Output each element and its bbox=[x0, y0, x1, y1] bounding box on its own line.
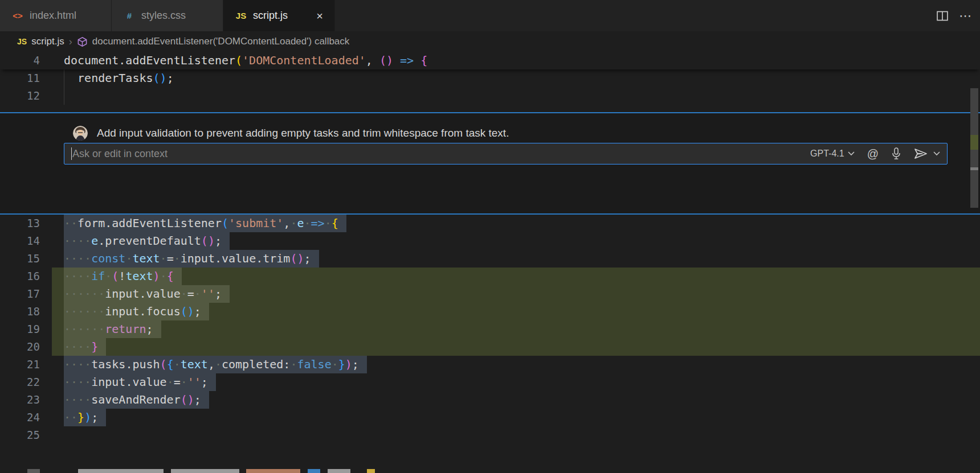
line-number: 19 bbox=[0, 320, 40, 338]
code-text: ····saveAndRender(); bbox=[64, 391, 209, 409]
editor-top-lines: 11 renderTasks();12 bbox=[0, 69, 980, 105]
model-dropdown-chevron bbox=[848, 151, 855, 156]
code-line-11[interactable]: 11 renderTasks(); bbox=[0, 69, 980, 87]
breadcrumb[interactable]: JS script.js › document.addEventListener… bbox=[0, 31, 980, 52]
code-text: ······input.focus(); bbox=[64, 303, 209, 320]
tab-label: index.html bbox=[30, 10, 76, 22]
code-line-18[interactable]: 18······input.focus(); bbox=[0, 303, 980, 320]
code-line-19[interactable]: 19······return; bbox=[0, 320, 980, 338]
tab-label: script.js bbox=[253, 10, 288, 22]
tab-script.js[interactable]: JSscript.js× bbox=[223, 0, 335, 31]
mic-icon[interactable] bbox=[891, 147, 901, 160]
symbol-cube-icon bbox=[77, 36, 88, 47]
partial-code-line bbox=[0, 469, 980, 473]
line-number: 12 bbox=[0, 87, 40, 105]
chat-widget-top-border bbox=[0, 112, 980, 113]
line-number: 20 bbox=[0, 338, 40, 356]
send-dropdown-chevron bbox=[933, 151, 940, 156]
split-editor-icon[interactable] bbox=[936, 10, 949, 22]
inline-chat-widget: Add input validation to prevent adding e… bbox=[0, 113, 980, 213]
more-actions-icon[interactable]: ⋯ bbox=[959, 9, 972, 23]
code-line-22[interactable]: 22····input.value·=·''; bbox=[0, 373, 980, 391]
code-line-16[interactable]: 16····if·(!text)·{ bbox=[0, 268, 980, 285]
line-number: 17 bbox=[0, 285, 40, 303]
code-text: ······input.value·=·''; bbox=[64, 285, 230, 303]
code-line-12[interactable]: 12 bbox=[0, 87, 980, 105]
line-number: 11 bbox=[0, 69, 40, 87]
line-number: 21 bbox=[0, 356, 40, 373]
line-number: 15 bbox=[0, 250, 40, 268]
code-line-14[interactable]: 14····e.preventDefault(); bbox=[0, 232, 980, 250]
code-text: ····const·text·=·input.value.trim(); bbox=[64, 250, 319, 268]
editor-tab-bar: <>index.html#styles.cssJSscript.js× ⋯ bbox=[0, 0, 980, 31]
tab-styles.css[interactable]: #styles.css bbox=[112, 0, 223, 31]
code-text: ······return; bbox=[64, 320, 161, 338]
code-line-21[interactable]: 21····tasks.push({·text,·completed:·fals… bbox=[0, 356, 980, 373]
text-cursor bbox=[71, 147, 72, 160]
breadcrumb-separator: › bbox=[69, 36, 72, 48]
code-line-15[interactable]: 15····const·text·=·input.value.trim(); bbox=[0, 250, 980, 268]
code-text: document.addEventListener('DOMContentLoa… bbox=[64, 52, 435, 69]
line-number: 16 bbox=[0, 268, 40, 285]
close-tab-icon[interactable]: × bbox=[314, 9, 325, 23]
code-line-13[interactable]: 13··form.addEventListener('submit',·e·=>… bbox=[0, 215, 980, 232]
model-label: GPT-4.1 bbox=[810, 149, 844, 159]
tab-label: styles.css bbox=[141, 10, 186, 22]
line-number: 24 bbox=[0, 409, 40, 426]
code-text: ····tasks.push({·text,·completed:·false·… bbox=[64, 356, 367, 373]
model-picker[interactable]: GPT-4.1 bbox=[810, 149, 855, 159]
indent-guide bbox=[64, 69, 64, 87]
vscode-window: <>index.html#styles.cssJSscript.js× ⋯ JS… bbox=[0, 0, 980, 473]
html-file-icon: <> bbox=[11, 11, 24, 20]
code-line-17[interactable]: 17······input.value·=·''; bbox=[0, 285, 980, 303]
code-line-20[interactable]: 20····} bbox=[0, 338, 980, 356]
line-number: 23 bbox=[0, 391, 40, 409]
line-number: 4 bbox=[0, 52, 40, 69]
js-file-icon: JS bbox=[17, 37, 27, 46]
mention-at-icon[interactable]: @ bbox=[867, 147, 879, 161]
code-text: ····e.preventDefault(); bbox=[64, 232, 230, 250]
chat-widget-bottom-border bbox=[0, 213, 980, 215]
breadcrumb-file[interactable]: script.js bbox=[31, 36, 64, 47]
line-number: 25 bbox=[0, 426, 40, 444]
chat-input[interactable]: Ask or edit in context GPT-4.1 @ bbox=[64, 143, 948, 164]
code-text: renderTasks(); bbox=[64, 69, 182, 87]
code-text: ····} bbox=[64, 338, 106, 356]
code-line-25[interactable]: 25 bbox=[0, 426, 980, 444]
line-number: 14 bbox=[0, 232, 40, 250]
code-text: ··}); bbox=[64, 409, 106, 426]
user-avatar bbox=[73, 126, 88, 141]
send-icon[interactable] bbox=[914, 148, 940, 159]
code-text: ····input.value·=·''; bbox=[64, 373, 216, 391]
breadcrumb-symbol[interactable]: document.addEventListener('DOMContentLoa… bbox=[92, 36, 350, 47]
css-file-icon: # bbox=[123, 11, 136, 20]
chat-request-message: Add input validation to prevent adding e… bbox=[97, 127, 509, 139]
js-file-icon: JS bbox=[235, 11, 247, 20]
line-number: 22 bbox=[0, 373, 40, 391]
line-number: 13 bbox=[0, 215, 40, 232]
code-text: ····if·(!text)·{ bbox=[64, 268, 182, 285]
code-line-23[interactable]: 23····saveAndRender(); bbox=[0, 391, 980, 409]
line-number: 18 bbox=[0, 303, 40, 320]
code-text: ··form.addEventListener('submit',·e·=>·{ bbox=[64, 215, 346, 232]
editor-code-area[interactable]: 13··form.addEventListener('submit',·e·=>… bbox=[0, 215, 980, 444]
indent-guide bbox=[64, 87, 64, 105]
sticky-scroll-line[interactable]: 4document.addEventListener('DOMContentLo… bbox=[0, 52, 980, 69]
tab-index.html[interactable]: <>index.html bbox=[0, 0, 112, 31]
code-line-24[interactable]: 24··}); bbox=[0, 409, 980, 426]
chat-input-placeholder: Ask or edit in context bbox=[72, 148, 810, 160]
